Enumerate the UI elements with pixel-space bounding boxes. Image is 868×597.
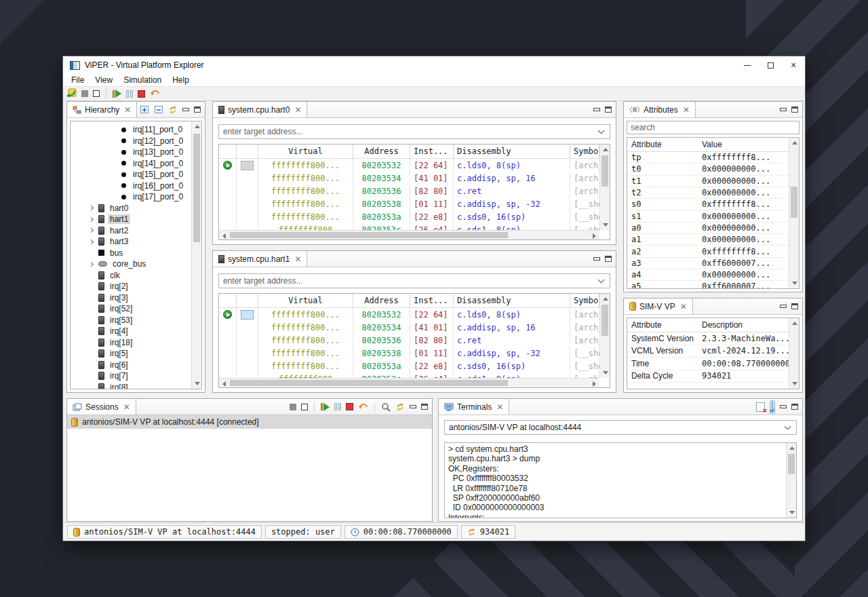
menu-item[interactable]: Simulation: [118, 75, 167, 85]
expander-icon[interactable]: [87, 263, 95, 266]
minimize-panel-button[interactable]: [780, 108, 787, 111]
simv-row[interactable]: Time 00:00:08.770000000: [627, 358, 789, 370]
disconnect-icon[interactable]: [358, 402, 368, 412]
tree-item[interactable]: irq[52]: [71, 303, 191, 315]
tree-item[interactable]: irq[17]_port_0: [71, 191, 191, 203]
disassembly-row[interactable]: ffffffff800 8020353c [26 e4] c.sds1, 8(s…: [219, 223, 599, 230]
pause-icon[interactable]: [126, 90, 133, 98]
resume-icon[interactable]: [321, 403, 330, 411]
search-input[interactable]: [627, 121, 799, 134]
disassembly-row[interactable]: ffffffff800... 80203538 [01 11] c.addisp…: [219, 347, 599, 360]
tree-item[interactable]: irq[15]_port_0: [71, 169, 191, 180]
remove-terminal-icon[interactable]: [756, 402, 765, 412]
terminal-console[interactable]: > cd system.cpu.hart3system.cpu.hart3 > …: [444, 442, 797, 518]
tree-item[interactable]: irq[8]: [71, 382, 191, 390]
tree-item[interactable]: irq[18]: [71, 337, 191, 349]
simv-scrollbar[interactable]: [789, 318, 799, 389]
disassembly-row[interactable]: ffffffff800... 8020353a [22 e8] c.sds0, …: [219, 210, 599, 223]
tree-item[interactable]: irq[12]_port_0: [71, 136, 191, 147]
attribute-row[interactable]: t1 0x000000000...: [627, 176, 789, 187]
title-bar[interactable]: ViPER - Virtual Platform Explorer ×: [63, 56, 805, 74]
attribute-row[interactable]: t0 0x000000000...: [627, 163, 789, 175]
collapse-all-icon[interactable]: [154, 105, 163, 114]
close-tab-icon[interactable]: ✕: [683, 106, 690, 114]
connect-session-icon[interactable]: [66, 88, 77, 100]
tab-sessions[interactable]: Sessions ✕: [67, 399, 136, 415]
target-address-input[interactable]: [219, 127, 599, 136]
tree-item[interactable]: irq[16]_port_0: [71, 180, 191, 192]
attribute-row[interactable]: s0 0xffffffff8...: [627, 199, 789, 210]
disassembly-row[interactable]: ffffffff800... 80203538 [01 11] c.addisp…: [219, 197, 599, 210]
attribute-row[interactable]: a5 0xff6000007...: [627, 281, 789, 289]
tab-hart0[interactable]: system.cpu.hart0 ✕: [213, 102, 307, 117]
refresh-icon[interactable]: [395, 402, 405, 412]
tree-item[interactable]: clk: [71, 270, 191, 282]
tree-item[interactable]: irq[5]: [71, 348, 191, 360]
tab-hart1[interactable]: system.cpu.hart1 ✕: [213, 251, 307, 267]
maximize-panel-button[interactable]: [791, 404, 798, 410]
tree-item[interactable]: irq[53]: [71, 315, 191, 326]
target-address-input[interactable]: [219, 276, 599, 286]
close-tab-icon[interactable]: ✕: [680, 303, 687, 311]
stop-icon[interactable]: [138, 90, 145, 98]
disassembly-row[interactable]: ffffffff800... 8020353a [22 e8] c.sds0, …: [219, 360, 599, 372]
close-tab-icon[interactable]: ✕: [496, 403, 503, 411]
expander-icon[interactable]: [87, 229, 95, 232]
maximize-panel-button[interactable]: [791, 303, 798, 309]
disassembly-row[interactable]: ffffffff800... 80203532 [22 64] c.lds0, …: [219, 308, 599, 321]
simv-row[interactable]: VCML Version vcml-2024.12.19...: [627, 345, 789, 358]
attribute-row[interactable]: a0 0x000000000...: [627, 223, 789, 234]
minimize-panel-button[interactable]: [780, 305, 787, 308]
tab-attributes[interactable]: Attributes ✕: [624, 102, 696, 117]
attribute-row[interactable]: t2 0x000000000...: [627, 187, 789, 199]
tree-item[interactable]: irq[13]_port_0: [71, 147, 191, 158]
tree-item[interactable]: irq[6]: [71, 360, 191, 371]
close-window-button[interactable]: ×: [782, 56, 805, 74]
tree-item[interactable]: irq[11]_port_0: [71, 124, 191, 136]
disassembly-row[interactable]: ffffffff800... 80203536 [82 80] c.ret [a…: [219, 334, 599, 347]
tree-item[interactable]: hart2: [71, 225, 191, 237]
step-over-icon[interactable]: [301, 404, 308, 410]
disassembly-row[interactable]: ffffffff800... 80203534 [41 01] c.addisp…: [219, 172, 599, 185]
session-item[interactable]: antonios/SIM-V VP at localhost:4444 [con…: [67, 415, 432, 429]
maximize-panel-button[interactable]: [605, 107, 612, 113]
tree-item[interactable]: core_bus: [71, 258, 191, 270]
tree-item[interactable]: hart1: [71, 214, 191, 225]
resume-icon[interactable]: [113, 90, 121, 98]
tab-hierarchy[interactable]: Hierarchy ✕: [67, 102, 137, 117]
terminal-scrollbar[interactable]: [786, 443, 796, 518]
expander-icon[interactable]: [87, 218, 95, 221]
menu-item[interactable]: Help: [167, 75, 195, 85]
tree-item[interactable]: bus: [71, 248, 191, 259]
disassembly-row[interactable]: ffffffff800... 80203534 [41 01] c.addisp…: [219, 321, 599, 334]
maximize-panel-button[interactable]: [194, 107, 201, 113]
terminal-target-combo[interactable]: [444, 420, 797, 435]
vertical-scrollbar[interactable]: [599, 145, 610, 230]
step-disabled-icon[interactable]: [81, 90, 88, 97]
close-tab-icon[interactable]: ✕: [124, 106, 131, 114]
tree-scrollbar[interactable]: [191, 121, 201, 389]
close-tab-icon[interactable]: ✕: [294, 106, 301, 114]
menu-item[interactable]: View: [90, 75, 118, 85]
maximize-window-button[interactable]: [759, 56, 782, 74]
attribute-row[interactable]: s1 0x000000000...: [627, 210, 789, 222]
menu-item[interactable]: File: [66, 75, 90, 85]
tab-terminals[interactable]: Terminals ✕: [439, 399, 509, 415]
stop-icon[interactable]: [346, 403, 353, 410]
disassembly-row[interactable]: ffffffff800... 80203532 [22 64] c.lds0, …: [219, 159, 599, 172]
tree-item[interactable]: irq[4]: [71, 326, 191, 337]
refresh-icon[interactable]: [168, 105, 178, 115]
tree-item[interactable]: irq[3]: [71, 292, 191, 304]
disassembly-row[interactable]: ffffffff800... 80203536 [82 80] c.ret [a…: [219, 185, 599, 197]
chevron-down-icon[interactable]: [598, 276, 605, 283]
target-address-combo[interactable]: [218, 273, 610, 288]
pause-icon[interactable]: [334, 403, 341, 410]
attributes-search[interactable]: [627, 121, 800, 134]
search-icon[interactable]: [381, 402, 391, 412]
minimize-panel-button[interactable]: [410, 405, 416, 408]
tree-item[interactable]: irq[7]: [71, 370, 191, 382]
maximize-panel-button[interactable]: [421, 404, 428, 410]
attribute-row[interactable]: a2 0xffffffff8...: [627, 246, 789, 257]
tree-item[interactable]: irq[14]_port_0: [71, 158, 191, 170]
simv-row[interactable]: SystemC Version 2.3.3-MachineWa...: [627, 332, 789, 345]
